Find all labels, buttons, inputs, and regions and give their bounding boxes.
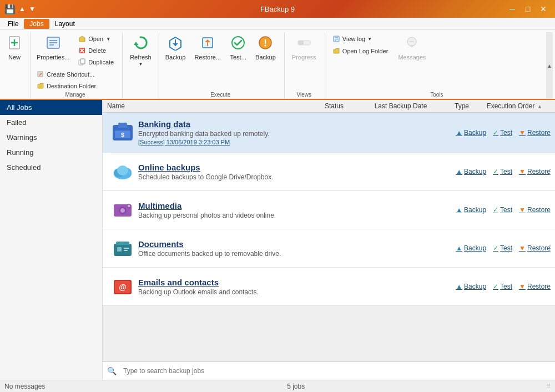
sidebar-item-scheduled[interactable]: Scheduled [0, 160, 102, 175]
svg-point-24 [265, 45, 266, 47]
sidebar-item-all-jobs[interactable]: All Jobs [0, 100, 102, 115]
job-test-banking[interactable]: ✓ Test [493, 129, 512, 137]
job-title-online[interactable]: Online backups [138, 163, 456, 172]
sidebar-item-warnings[interactable]: Warnings [0, 130, 102, 145]
job-icon-online [107, 159, 138, 184]
menu-file[interactable]: File [2, 19, 24, 29]
job-item-emails[interactable]: @ Emails and contacts Backing up Outlook… [103, 268, 555, 306]
job-title-emails[interactable]: Emails and contacts [138, 278, 456, 287]
refresh-label: Refresh [130, 54, 152, 61]
new-button[interactable]: New [2, 32, 27, 98]
svg-rect-47 [116, 242, 129, 245]
progress-button[interactable]: Progress [288, 32, 320, 92]
job-title-multimedia[interactable]: Multimedia [138, 201, 456, 210]
col-header-status: Status [312, 102, 356, 110]
test-icon [230, 35, 246, 53]
job-backup-online[interactable]: ▲ Backup [456, 168, 486, 175]
restore-icon [200, 35, 215, 53]
test-button[interactable]: Test... [226, 32, 250, 63]
status-resize-grip: ⠿ [547, 383, 551, 389]
job-backup-documents[interactable]: ▲ Backup [456, 244, 486, 252]
job-backup-banking[interactable]: ▲ Backup [456, 129, 486, 137]
job-info-emails: Emails and contacts Backing up Outlook e… [138, 278, 456, 296]
job-title-banking[interactable]: Banking data [138, 119, 456, 129]
viewlog-button[interactable]: View log ▼ [329, 33, 392, 44]
openlog-button[interactable]: Open Log Folder [329, 46, 392, 57]
test-check-icon-online: ✓ [493, 168, 498, 175]
menu-jobs[interactable]: Jobs [24, 19, 49, 29]
job-item-online-backups[interactable]: Online backups Scheduled backups to Goog… [103, 153, 555, 191]
job-item-multimedia[interactable]: Multimedia Backing up personal photos an… [103, 191, 555, 229]
backup2-icon [258, 35, 273, 53]
delete-label: Delete [88, 47, 106, 54]
ribbon-group-properties: Properties... Open ▼ Delete Duplicate [33, 32, 123, 99]
close-button[interactable]: ✕ [536, 3, 551, 14]
quick-save-icon[interactable]: ▲ [19, 5, 26, 13]
minimize-button[interactable]: ─ [505, 3, 519, 14]
restore-arrow-icon-mm: ▼ [519, 206, 526, 214]
messages-button[interactable]: Messages [394, 32, 430, 63]
duplicate-button[interactable]: Duplicate [74, 57, 118, 68]
destination-folder-button[interactable]: Destination Folder [33, 81, 118, 92]
delete-button[interactable]: Delete [74, 45, 118, 56]
job-test-multimedia[interactable]: ✓ Test [493, 206, 512, 214]
test-label: Test... [230, 54, 246, 61]
job-context-menu-documents[interactable]: ⋮ [546, 244, 554, 253]
svg-rect-36 [118, 123, 127, 128]
job-backup-multimedia[interactable]: ▲ Backup [456, 206, 486, 214]
backup-button[interactable]: Backup [162, 32, 190, 63]
ribbon-content: New Properties... [0, 30, 555, 99]
ribbon-collapse-button[interactable]: ▲ [546, 32, 553, 99]
create-shortcut-label: Create Shortcut... [47, 71, 94, 78]
job-item-banking[interactable]: $ Banking data Encrypted banking data ba… [103, 113, 555, 153]
duplicate-label: Duplicate [88, 59, 114, 66]
execute-group-label: Execute [162, 92, 280, 99]
search-input[interactable] [120, 365, 551, 376]
svg-text:$: $ [121, 132, 124, 138]
job-restore-banking[interactable]: ▼ Restore [519, 129, 551, 137]
menu-bar: File Jobs Layout [0, 18, 555, 30]
ribbon-new-top: New [2, 32, 27, 98]
status-messages: No messages [4, 383, 45, 390]
sidebar-item-running[interactable]: Running [0, 145, 102, 160]
title-bar: 💾 ▲ ▼ FBackup 9 ─ □ ✕ [0, 0, 555, 18]
job-title-documents[interactable]: Documents [138, 239, 456, 249]
refresh-button[interactable]: Refresh ▼ [126, 32, 155, 98]
test-check-icon-email: ✓ [493, 283, 498, 290]
properties-label: Properties... [37, 54, 69, 61]
properties-button[interactable]: Properties... [33, 32, 73, 63]
job-test-online[interactable]: ✓ Test [493, 168, 512, 175]
menu-layout[interactable]: Layout [49, 19, 80, 29]
restore-button[interactable]: Restore... [190, 32, 225, 63]
svg-text:@: @ [119, 283, 127, 292]
col-header-name: Name [107, 102, 312, 110]
manage-small-stack: Open ▼ Delete Duplicate [74, 33, 118, 68]
restore-label-banking: Restore [527, 129, 551, 137]
tools-group-label: Tools [329, 92, 545, 99]
ribbon-group-tools: View log ▼ Open Log Folder [329, 32, 545, 99]
job-restore-emails[interactable]: ▼ Restore [519, 283, 551, 290]
job-test-emails[interactable]: ✓ Test [493, 283, 512, 290]
backup2-label: Backup [255, 54, 276, 61]
restore-label: Restore... [194, 54, 221, 61]
restore-label-email: Restore [527, 283, 551, 290]
restore-label-mm: Restore [527, 206, 551, 214]
restore-arrow-icon-email: ▼ [519, 283, 526, 290]
job-test-documents[interactable]: ✓ Test [493, 244, 512, 252]
create-shortcut-button[interactable]: Create Shortcut... [33, 69, 118, 80]
sidebar-item-failed[interactable]: Failed [0, 115, 102, 130]
open-button[interactable]: Open ▼ [74, 33, 118, 44]
job-restore-multimedia[interactable]: ▼ Restore [519, 206, 551, 214]
backup-label-banking: Backup [464, 129, 486, 137]
svg-rect-26 [298, 41, 304, 45]
progress-icon [296, 35, 312, 53]
backup2-button[interactable]: Backup [251, 32, 280, 63]
quick-menu-icon[interactable]: ▼ [29, 5, 36, 13]
maximize-button[interactable]: □ [521, 3, 535, 14]
job-status-banking[interactable]: [Success] 13/06/2019 3:23:03 PM [138, 139, 456, 145]
app-icon: 💾 [4, 4, 16, 14]
job-context-menu-online[interactable]: ⋮ [546, 167, 554, 176]
job-item-documents[interactable]: Documents Office documents backed up to … [103, 229, 555, 268]
job-backup-emails[interactable]: ▲ Backup [456, 283, 486, 290]
col-header-order[interactable]: Execution Order ▲ [478, 102, 551, 110]
